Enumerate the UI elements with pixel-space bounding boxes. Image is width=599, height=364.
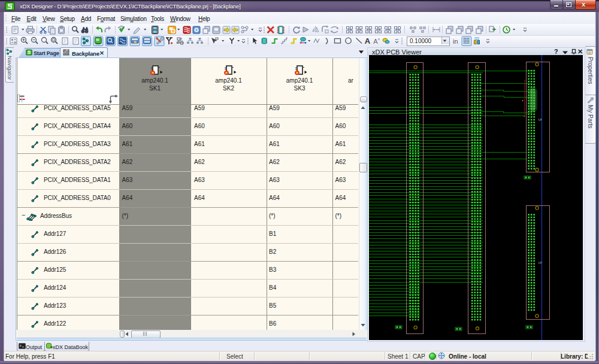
svg-text:5: 5 xyxy=(538,119,542,121)
svg-text:5: 5 xyxy=(538,262,542,264)
svg-text:A: A xyxy=(373,38,378,45)
svg-text:A: A xyxy=(365,37,371,46)
